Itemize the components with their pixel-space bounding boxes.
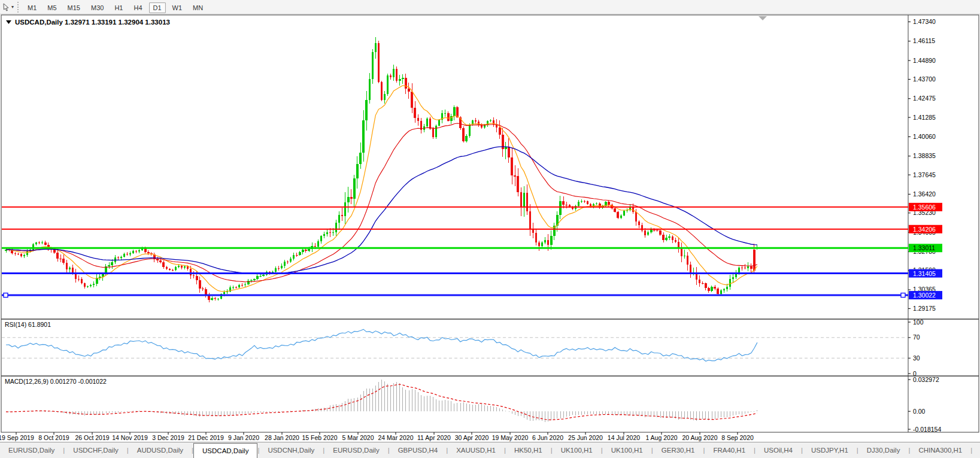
timeframe-button-m30[interactable]: M30: [87, 2, 108, 13]
date-tick-label: 14 Jul 2020: [608, 434, 640, 441]
chart-tab-gbpusd-h4[interactable]: GBPUSD,H4: [390, 442, 446, 458]
chart-tab-hk50-h1[interactable]: HK50,H1: [506, 442, 551, 458]
chart-tab-eurusd-daily[interactable]: EURUSD,Daily: [324, 442, 387, 458]
date-tick-label: 25 Jun 2020: [568, 434, 603, 441]
price-tick-label: 1.38835: [913, 152, 936, 159]
timeframe-button-h4[interactable]: H4: [129, 2, 146, 13]
cursor-tool-glyph: [2, 3, 10, 11]
chart-area[interactable]: 1.473401.461151.448901.437001.424751.412…: [0, 14, 980, 442]
price-line-label-text: 1.34206: [913, 226, 936, 233]
rsi-tick-label: 100: [913, 319, 924, 326]
macd-tick-label: -0.018154: [913, 426, 941, 433]
date-tick-label: 9 Jan 2020: [228, 434, 259, 441]
toolbar-grip[interactable]: [17, 2, 19, 13]
price-line-label-text: 1.31405: [913, 270, 936, 277]
chart-tab-audusd-daily[interactable]: AUDUSD,Daily: [129, 442, 192, 458]
price-tick-label: 1.42475: [913, 95, 936, 102]
chart-tab-xauusd-h1[interactable]: XAUUSD,H1: [448, 442, 504, 458]
chart-tab-uk100-h1[interactable]: UK100,H1: [603, 442, 651, 458]
timeframe-button-mn[interactable]: MN: [189, 2, 207, 13]
date-tick-label: 8 Oct 2019: [38, 434, 69, 441]
rsi-label: RSI(14) 61.8901: [5, 321, 51, 328]
timeframe-button-h1[interactable]: H1: [110, 2, 127, 13]
date-tick-label: 1 Aug 2020: [645, 434, 677, 441]
timeframe-button-w1[interactable]: W1: [168, 2, 187, 13]
chart-tab-usdcnh-daily[interactable]: USDCNH,Daily: [259, 442, 323, 458]
macd-label: MACD(12,26,9) 0.001270 -0.001022: [5, 378, 107, 385]
timeframe-button-m15[interactable]: M15: [63, 2, 84, 13]
date-tick-label: 15 Feb 2020: [302, 434, 338, 441]
chart-title: USDCAD,Daily 1.32971 1.33191 1.32904 1.3…: [15, 19, 170, 26]
chart-tab-bar: EURUSD,Daily|USDCHF,Daily|AUDUSD,Daily|U…: [0, 442, 980, 458]
cursor-tool-icon[interactable]: [1, 2, 11, 12]
mt4-window: { "toolbar": { "cursor_tool_icon": "curs…: [0, 0, 980, 458]
chart-tab-ger30-h1[interactable]: GER30,H1: [653, 442, 703, 458]
date-tick-label: 5 Mar 2020: [342, 434, 374, 441]
chart-window-frame: [1, 15, 979, 432]
chart-tab-eurusd-daily[interactable]: EURUSD,Daily: [0, 442, 63, 458]
rsi-tick-label: 30: [913, 354, 920, 362]
chart-tab-usoil-h1[interactable]: USOil,H1: [972, 442, 980, 458]
tab-list: EURUSD,Daily|USDCHF,Daily|AUDUSD,Daily|U…: [0, 442, 980, 458]
chart-tab-dj30-daily[interactable]: DJ30,Daily: [858, 442, 909, 458]
macd-tick-label: 0.032972: [913, 376, 939, 383]
price-tick-label: 1.44890: [913, 57, 936, 64]
rsi-tick-label: 70: [913, 333, 920, 341]
date-tick-label: 30 Apr 2020: [455, 434, 489, 441]
macd-tick-label: 0.00: [913, 408, 926, 415]
date-tick-label: 11 Apr 2020: [417, 434, 451, 441]
price-tick-label: 1.41285: [913, 114, 936, 121]
date-tick-label: 24 Mar 2020: [378, 434, 414, 441]
date-tick-label: 20 Aug 2020: [682, 434, 718, 441]
date-tick-label: 8 Sep 2020: [721, 434, 754, 441]
timeframe-button-m5[interactable]: M5: [43, 2, 60, 13]
price-line-label-text: 1.35606: [913, 204, 936, 211]
date-tick-label: 3 Dec 2019: [152, 434, 184, 441]
date-tick-label: 6 Jun 2020: [532, 434, 563, 441]
price-tick-label: 1.40060: [913, 133, 936, 140]
price-tick-label: 1.46115: [913, 37, 935, 44]
top-toolbar: ▾ M1M5M15M30H1H4D1W1MN: [0, 0, 980, 14]
chart-tab-usdchf-daily[interactable]: USDCHF,Daily: [65, 442, 126, 458]
date-tick-label: 21 Dec 2019: [188, 434, 224, 441]
chevron-down-icon[interactable]: ▾: [11, 4, 14, 10]
chart-tab-usdjpy-h1[interactable]: USDJPY,H1: [803, 442, 857, 458]
chart-tab-usdcad-daily[interactable]: USDCAD,Daily: [193, 443, 257, 458]
chart-tab-usoil-h4[interactable]: USOil,H4: [756, 442, 801, 458]
date-tick-label: 26 Oct 2019: [75, 434, 109, 441]
price-tick-label: 1.43700: [913, 75, 936, 83]
price-tick-label: 1.37645: [913, 171, 936, 178]
line-handle[interactable]: [4, 293, 8, 298]
chart-tab-china300-h1[interactable]: CHINA300,H1: [910, 442, 970, 458]
date-tick-label: 14 Nov 2019: [112, 434, 148, 441]
timeframe-button-m1[interactable]: M1: [23, 2, 41, 13]
line-handle[interactable]: [901, 293, 905, 298]
price-line-label-text: 1.33011: [913, 244, 935, 251]
price-tick-label: 1.29175: [913, 305, 936, 312]
date-tick-label: 28 Jan 2020: [265, 434, 299, 441]
date-tick-label: 19 Sep 2019: [0, 434, 34, 441]
date-tick-label: 19 May 2020: [492, 434, 529, 441]
chart-tab-uk100-h1[interactable]: UK100,H1: [553, 442, 601, 458]
price-tick-label: 1.36420: [913, 190, 936, 198]
price-line-label-text: 1.30022: [913, 292, 936, 299]
timeframe-button-group: M1M5M15M30H1H4D1W1MN: [22, 2, 208, 13]
timeframe-button-d1[interactable]: D1: [149, 2, 166, 13]
price-tick-label: 1.47340: [913, 18, 936, 25]
chart-tab-fra40-h1[interactable]: FRA40,H1: [705, 442, 754, 458]
